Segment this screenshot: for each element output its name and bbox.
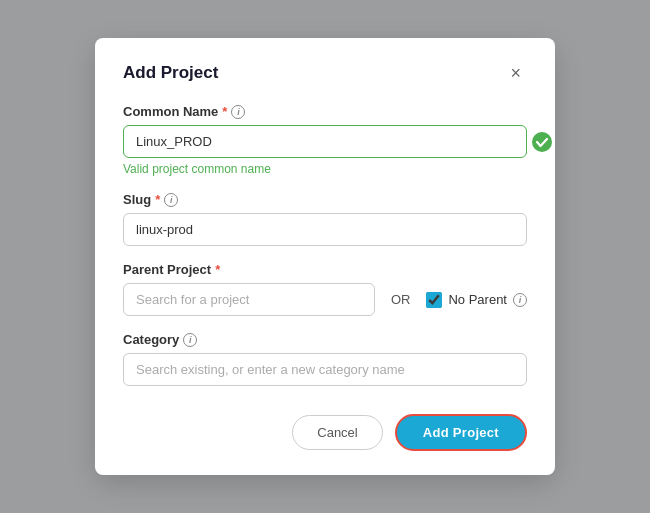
modal-overlay: Add Project × Common Name * i Valid proj… xyxy=(0,0,650,513)
category-input[interactable] xyxy=(123,353,527,386)
parent-project-input[interactable] xyxy=(123,283,375,316)
add-project-modal: Add Project × Common Name * i Valid proj… xyxy=(95,38,555,475)
common-name-info-icon[interactable]: i xyxy=(231,105,245,119)
slug-info-icon[interactable]: i xyxy=(164,193,178,207)
common-name-input-wrapper xyxy=(123,125,527,158)
common-name-input[interactable] xyxy=(123,125,527,158)
slug-group: Slug * i xyxy=(123,192,527,246)
parent-required-star: * xyxy=(215,262,220,277)
svg-point-0 xyxy=(532,132,552,152)
common-name-label: Common Name * i xyxy=(123,104,527,119)
add-project-button[interactable]: Add Project xyxy=(395,414,527,451)
required-star: * xyxy=(222,104,227,119)
parent-search-wrapper xyxy=(123,283,375,316)
common-name-group: Common Name * i Valid project common nam… xyxy=(123,104,527,176)
parent-row: OR No Parent i xyxy=(123,283,527,316)
slug-required-star: * xyxy=(155,192,160,207)
close-button[interactable]: × xyxy=(504,62,527,84)
category-group: Category i xyxy=(123,332,527,386)
parent-project-group: Parent Project * OR No Parent i xyxy=(123,262,527,316)
modal-footer: Cancel Add Project xyxy=(123,414,527,451)
parent-project-label: Parent Project * xyxy=(123,262,527,277)
no-parent-group: No Parent i xyxy=(426,292,527,308)
modal-header: Add Project × xyxy=(123,62,527,84)
slug-input[interactable] xyxy=(123,213,527,246)
modal-title: Add Project xyxy=(123,63,218,83)
slug-label: Slug * i xyxy=(123,192,527,207)
no-parent-checkbox[interactable] xyxy=(426,292,442,308)
valid-message: Valid project common name xyxy=(123,162,527,176)
category-info-icon[interactable]: i xyxy=(183,333,197,347)
cancel-button[interactable]: Cancel xyxy=(292,415,382,450)
category-label: Category i xyxy=(123,332,527,347)
or-label: OR xyxy=(391,292,411,307)
valid-checkmark-icon xyxy=(531,131,553,153)
no-parent-label[interactable]: No Parent xyxy=(448,292,507,307)
no-parent-info-icon[interactable]: i xyxy=(513,293,527,307)
